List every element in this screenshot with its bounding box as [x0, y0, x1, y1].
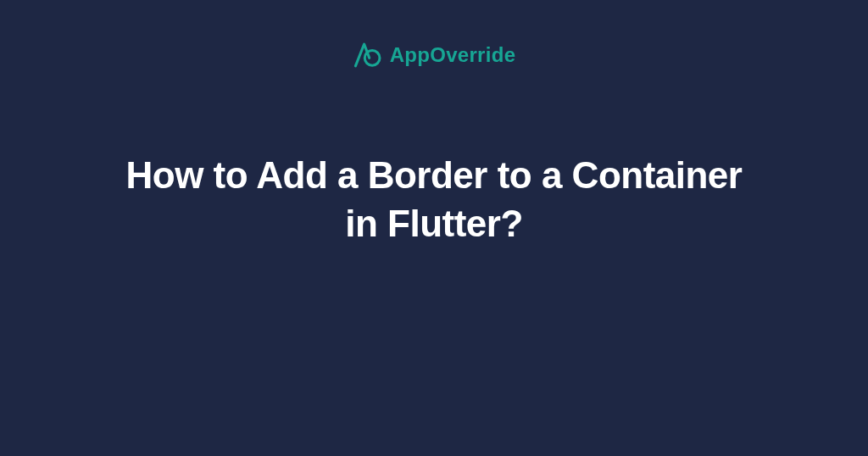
svg-point-0	[364, 51, 380, 66]
brand-logo: AppOverride	[353, 41, 516, 70]
page-title: How to Add a Border to a Container in Fl…	[112, 151, 756, 247]
brand-name: AppOverride	[390, 43, 516, 67]
appoverride-logo-icon	[353, 41, 381, 70]
